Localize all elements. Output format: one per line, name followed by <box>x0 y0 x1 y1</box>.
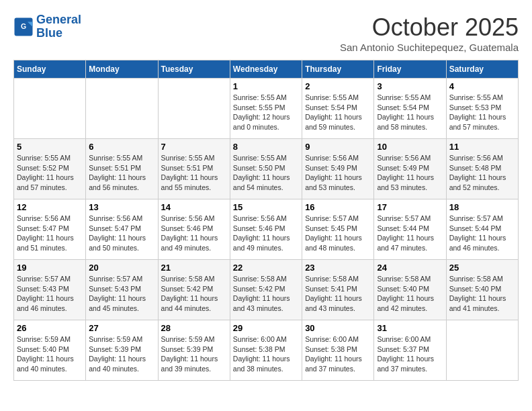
dow-header-wednesday: Wednesday <box>230 60 302 79</box>
cell-sun-info: Sunrise: 5:55 AMSunset: 5:54 PMDaylight:… <box>305 93 371 132</box>
calendar-cell: 15Sunrise: 5:56 AMSunset: 5:46 PMDayligh… <box>230 199 302 260</box>
calendar-cell: 30Sunrise: 6:00 AMSunset: 5:38 PMDayligh… <box>302 320 374 381</box>
dow-header-saturday: Saturday <box>446 60 518 79</box>
cell-sun-info: Sunrise: 5:55 AMSunset: 5:51 PMDaylight:… <box>161 153 227 193</box>
cell-sun-info: Sunrise: 5:56 AMSunset: 5:49 PMDaylight:… <box>305 153 371 193</box>
calendar-cell: 16Sunrise: 5:57 AMSunset: 5:45 PMDayligh… <box>302 199 374 260</box>
cell-sun-info: Sunrise: 6:00 AMSunset: 5:37 PMDaylight:… <box>377 334 443 374</box>
cell-sun-info: Sunrise: 5:55 AMSunset: 5:50 PMDaylight:… <box>233 153 299 193</box>
calendar-cell: 17Sunrise: 5:57 AMSunset: 5:44 PMDayligh… <box>374 199 446 260</box>
cell-sun-info: Sunrise: 5:56 AMSunset: 5:46 PMDaylight:… <box>161 214 227 253</box>
day-number: 14 <box>161 202 227 212</box>
day-number: 31 <box>377 323 443 333</box>
cell-sun-info: Sunrise: 5:55 AMSunset: 5:53 PMDaylight:… <box>449 93 515 132</box>
day-number: 2 <box>305 81 371 91</box>
calendar-table: SundayMondayTuesdayWednesdayThursdayFrid… <box>13 60 519 381</box>
cell-sun-info: Sunrise: 6:00 AMSunset: 5:38 PMDaylight:… <box>305 334 371 374</box>
cell-sun-info: Sunrise: 5:58 AMSunset: 5:40 PMDaylight:… <box>377 274 443 314</box>
cell-sun-info: Sunrise: 6:00 AMSunset: 5:38 PMDaylight:… <box>233 334 299 374</box>
week-row-3: 12Sunrise: 5:56 AMSunset: 5:47 PMDayligh… <box>14 199 519 260</box>
day-number: 6 <box>89 142 154 152</box>
calendar-cell <box>86 79 158 139</box>
day-number: 19 <box>17 263 83 273</box>
cell-sun-info: Sunrise: 5:55 AMSunset: 5:54 PMDaylight:… <box>377 93 443 132</box>
day-number: 24 <box>377 263 443 273</box>
logo-text: General Blue <box>36 13 81 40</box>
location-subtitle: San Antonio Suchitepequez, Guatemala <box>340 42 519 53</box>
day-number: 29 <box>233 323 299 333</box>
logo-line2: Blue <box>36 26 62 40</box>
day-number: 11 <box>449 142 515 152</box>
calendar-cell: 12Sunrise: 5:56 AMSunset: 5:47 PMDayligh… <box>14 199 86 260</box>
cell-sun-info: Sunrise: 5:57 AMSunset: 5:45 PMDaylight:… <box>305 214 371 253</box>
cell-sun-info: Sunrise: 5:58 AMSunset: 5:40 PMDaylight:… <box>449 274 515 314</box>
dow-header-monday: Monday <box>86 60 158 79</box>
calendar-cell: 1Sunrise: 5:55 AMSunset: 5:55 PMDaylight… <box>230 79 302 139</box>
calendar-cell: 9Sunrise: 5:56 AMSunset: 5:49 PMDaylight… <box>302 139 374 199</box>
logo-icon: G <box>13 17 34 37</box>
dow-header-tuesday: Tuesday <box>158 60 230 79</box>
day-number: 12 <box>17 202 83 212</box>
cell-sun-info: Sunrise: 5:57 AMSunset: 5:43 PMDaylight:… <box>17 274 83 314</box>
calendar-cell <box>14 79 86 139</box>
calendar-cell: 5Sunrise: 5:55 AMSunset: 5:52 PMDaylight… <box>14 139 86 199</box>
week-row-5: 26Sunrise: 5:59 AMSunset: 5:40 PMDayligh… <box>14 320 519 381</box>
month-title: October 2025 <box>340 13 519 42</box>
calendar-cell: 19Sunrise: 5:57 AMSunset: 5:43 PMDayligh… <box>14 260 86 320</box>
day-number: 22 <box>233 263 299 273</box>
cell-sun-info: Sunrise: 5:58 AMSunset: 5:42 PMDaylight:… <box>161 274 227 314</box>
cell-sun-info: Sunrise: 5:57 AMSunset: 5:43 PMDaylight:… <box>89 274 154 314</box>
day-number: 4 <box>449 81 515 91</box>
calendar-cell: 11Sunrise: 5:56 AMSunset: 5:48 PMDayligh… <box>446 139 518 199</box>
day-number: 8 <box>233 142 299 152</box>
day-number: 23 <box>305 263 371 273</box>
calendar-cell: 23Sunrise: 5:58 AMSunset: 5:41 PMDayligh… <box>302 260 374 320</box>
calendar-cell: 18Sunrise: 5:57 AMSunset: 5:44 PMDayligh… <box>446 199 518 260</box>
cell-sun-info: Sunrise: 5:55 AMSunset: 5:52 PMDaylight:… <box>17 153 83 193</box>
cell-sun-info: Sunrise: 5:55 AMSunset: 5:55 PMDaylight:… <box>233 93 299 132</box>
day-number: 5 <box>17 142 83 152</box>
calendar-cell: 27Sunrise: 5:59 AMSunset: 5:39 PMDayligh… <box>86 320 158 381</box>
calendar-cell: 24Sunrise: 5:58 AMSunset: 5:40 PMDayligh… <box>374 260 446 320</box>
calendar-cell: 31Sunrise: 6:00 AMSunset: 5:37 PMDayligh… <box>374 320 446 381</box>
calendar-cell: 25Sunrise: 5:58 AMSunset: 5:40 PMDayligh… <box>446 260 518 320</box>
calendar-cell: 29Sunrise: 6:00 AMSunset: 5:38 PMDayligh… <box>230 320 302 381</box>
calendar-cell: 2Sunrise: 5:55 AMSunset: 5:54 PMDaylight… <box>302 79 374 139</box>
day-number: 10 <box>377 142 443 152</box>
dow-header-thursday: Thursday <box>302 60 374 79</box>
week-row-2: 5Sunrise: 5:55 AMSunset: 5:52 PMDaylight… <box>14 139 519 199</box>
logo: G General Blue <box>13 13 81 40</box>
day-number: 30 <box>305 323 371 333</box>
svg-text:G: G <box>21 22 26 30</box>
day-number: 27 <box>89 323 154 333</box>
calendar-cell: 3Sunrise: 5:55 AMSunset: 5:54 PMDaylight… <box>374 79 446 139</box>
cell-sun-info: Sunrise: 5:58 AMSunset: 5:42 PMDaylight:… <box>233 274 299 314</box>
day-number: 13 <box>89 202 154 212</box>
day-number: 16 <box>305 202 371 212</box>
day-number: 15 <box>233 202 299 212</box>
calendar-cell: 21Sunrise: 5:58 AMSunset: 5:42 PMDayligh… <box>158 260 230 320</box>
cell-sun-info: Sunrise: 5:59 AMSunset: 5:40 PMDaylight:… <box>17 334 83 374</box>
calendar-cell: 14Sunrise: 5:56 AMSunset: 5:46 PMDayligh… <box>158 199 230 260</box>
day-number: 7 <box>161 142 227 152</box>
logo-line1: General <box>36 13 81 26</box>
dow-header-friday: Friday <box>374 60 446 79</box>
cell-sun-info: Sunrise: 5:56 AMSunset: 5:46 PMDaylight:… <box>233 214 299 253</box>
cell-sun-info: Sunrise: 5:59 AMSunset: 5:39 PMDaylight:… <box>161 334 227 374</box>
cell-sun-info: Sunrise: 5:56 AMSunset: 5:47 PMDaylight:… <box>89 214 154 253</box>
calendar-cell: 4Sunrise: 5:55 AMSunset: 5:53 PMDaylight… <box>446 79 518 139</box>
title-section: October 2025 San Antonio Suchitepequez, … <box>340 13 519 53</box>
calendar-cell: 10Sunrise: 5:56 AMSunset: 5:49 PMDayligh… <box>374 139 446 199</box>
week-row-1: 1Sunrise: 5:55 AMSunset: 5:55 PMDaylight… <box>14 79 519 139</box>
day-number: 26 <box>17 323 83 333</box>
calendar-cell: 22Sunrise: 5:58 AMSunset: 5:42 PMDayligh… <box>230 260 302 320</box>
day-number: 17 <box>377 202 443 212</box>
day-number: 18 <box>449 202 515 212</box>
cell-sun-info: Sunrise: 5:55 AMSunset: 5:51 PMDaylight:… <box>89 153 154 193</box>
cell-sun-info: Sunrise: 5:58 AMSunset: 5:41 PMDaylight:… <box>305 274 371 314</box>
day-number: 28 <box>161 323 227 333</box>
day-number: 1 <box>233 81 299 91</box>
cell-sun-info: Sunrise: 5:56 AMSunset: 5:48 PMDaylight:… <box>449 153 515 193</box>
day-number: 21 <box>161 263 227 273</box>
calendar-cell: 8Sunrise: 5:55 AMSunset: 5:50 PMDaylight… <box>230 139 302 199</box>
